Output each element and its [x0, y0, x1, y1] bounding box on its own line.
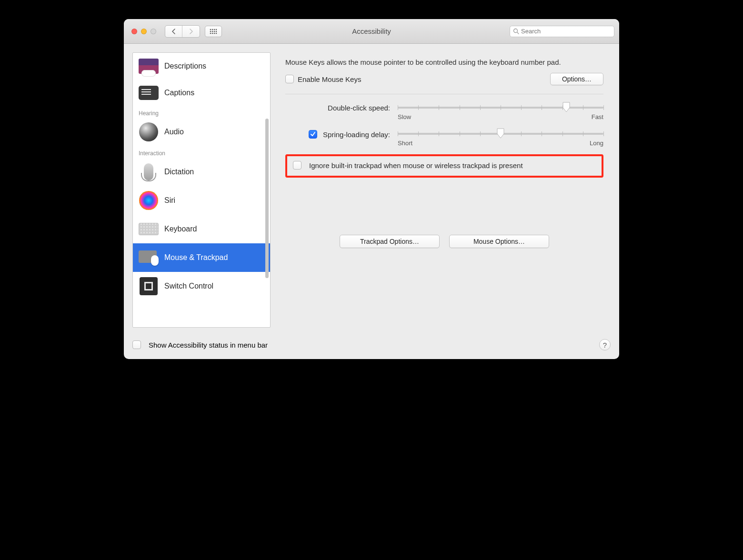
- window-controls: [131, 29, 156, 34]
- options-buttons-row: Trackpad Options… Mouse Options…: [285, 235, 603, 248]
- svg-line-13: [517, 32, 519, 34]
- sidebar-item-keyboard[interactable]: Keyboard: [133, 215, 270, 243]
- minimize-window-button[interactable]: [141, 29, 147, 34]
- microphone-icon: [139, 162, 159, 182]
- chevron-right-icon: [189, 29, 193, 34]
- sidebar-header-interaction: Interaction: [133, 146, 270, 158]
- svg-point-4: [210, 30, 211, 32]
- mouse-options-button[interactable]: Mouse Options…: [449, 235, 549, 248]
- svg-point-7: [216, 30, 217, 32]
- mouse-keys-options-button[interactable]: Options…: [550, 73, 603, 85]
- slider-max-label: Long: [590, 140, 603, 147]
- grid-icon: [210, 29, 217, 34]
- enable-mouse-keys-checkbox[interactable]: [285, 75, 294, 83]
- window-body: Descriptions Captions Hearing Audio Inte…: [124, 44, 619, 336]
- captions-icon: [139, 83, 159, 103]
- svg-point-11: [216, 32, 217, 34]
- svg-point-6: [214, 30, 215, 32]
- keyboard-icon: [139, 219, 159, 239]
- svg-point-3: [216, 29, 217, 30]
- sidebar-item-label: Mouse & Trackpad: [164, 253, 228, 262]
- forward-button[interactable]: [182, 26, 200, 37]
- speaker-icon: [139, 122, 159, 142]
- show-status-label: Show Accessibility status in menu bar: [149, 341, 268, 349]
- sidebar-item-mouse-trackpad[interactable]: Mouse & Trackpad: [133, 243, 270, 272]
- back-button[interactable]: [165, 26, 182, 37]
- search-icon: [513, 28, 519, 34]
- zoom-window-button[interactable]: [151, 29, 156, 34]
- slider-min-label: Slow: [398, 113, 411, 120]
- svg-point-1: [212, 29, 213, 30]
- help-button[interactable]: ?: [599, 339, 611, 350]
- enable-mouse-keys-row: Enable Mouse Keys Options…: [285, 73, 603, 85]
- svg-point-8: [210, 32, 211, 34]
- search-input[interactable]: [521, 28, 611, 35]
- search-field[interactable]: [510, 26, 614, 37]
- sidebar-item-label: Keyboard: [164, 225, 197, 233]
- slider-thumb[interactable]: [497, 128, 504, 139]
- ignore-trackpad-checkbox[interactable]: [293, 161, 301, 170]
- nav-back-forward: [165, 25, 200, 38]
- sidebar-scrollbar[interactable]: [265, 89, 269, 325]
- ignore-trackpad-row: Ignore built-in trackpad when mouse or w…: [285, 154, 603, 177]
- spring-loading-slider[interactable]: [398, 133, 603, 135]
- enable-mouse-keys-label: Enable Mouse Keys: [298, 75, 361, 83]
- footer: Show Accessibility status in menu bar ?: [124, 336, 619, 359]
- mouse-trackpad-icon: [139, 248, 159, 268]
- show-status-checkbox[interactable]: [132, 340, 141, 349]
- show-all-button[interactable]: [205, 26, 222, 37]
- scrollbar-thumb[interactable]: [265, 119, 269, 278]
- sidebar-item-label: Switch Control: [164, 282, 213, 290]
- chevron-left-icon: [171, 29, 176, 34]
- sidebar-list[interactable]: Descriptions Captions Hearing Audio Inte…: [133, 53, 270, 327]
- close-window-button[interactable]: [131, 29, 137, 34]
- svg-point-10: [214, 32, 215, 34]
- checkmark-icon: [310, 131, 316, 137]
- divider: [285, 94, 603, 94]
- siri-icon: [139, 190, 159, 210]
- sidebar-item-label: Captions: [164, 89, 194, 97]
- sidebar-item-switch-control[interactable]: Switch Control: [133, 272, 270, 300]
- slider-min-label: Short: [398, 140, 412, 147]
- preferences-window: Accessibility Descriptions Captions Hear…: [124, 19, 619, 359]
- double-click-speed-label: Double-click speed:: [285, 103, 390, 112]
- sidebar-item-label: Audio: [164, 128, 184, 136]
- spring-loading-checkbox[interactable]: [309, 130, 317, 139]
- slider-thumb[interactable]: [562, 102, 570, 112]
- sidebar-header-hearing: Hearing: [133, 106, 270, 118]
- svg-point-0: [210, 29, 211, 30]
- detail-pane: Mouse Keys allows the mouse pointer to b…: [278, 52, 611, 328]
- sidebar-item-dictation[interactable]: Dictation: [133, 158, 270, 186]
- descriptions-icon: [139, 56, 159, 76]
- slider-max-label: Fast: [592, 113, 603, 120]
- sidebar-item-captions[interactable]: Captions: [133, 80, 270, 106]
- switch-control-icon: [139, 276, 159, 296]
- sidebar-item-siri[interactable]: Siri: [133, 186, 270, 215]
- mouse-keys-description: Mouse Keys allows the mouse pointer to b…: [285, 58, 603, 67]
- sidebar-item-label: Descriptions: [164, 62, 206, 70]
- sidebar-item-label: Siri: [164, 196, 175, 205]
- category-sidebar: Descriptions Captions Hearing Audio Inte…: [132, 52, 271, 328]
- svg-point-2: [214, 29, 215, 30]
- ignore-trackpad-label: Ignore built-in trackpad when mouse or w…: [309, 161, 523, 170]
- svg-point-9: [212, 32, 213, 34]
- spring-loading-label: Spring-loading delay:: [323, 130, 390, 139]
- double-click-speed-slider[interactable]: [398, 107, 603, 109]
- trackpad-options-button[interactable]: Trackpad Options…: [340, 235, 440, 248]
- titlebar: Accessibility: [124, 19, 619, 44]
- sidebar-item-label: Dictation: [164, 168, 194, 176]
- sidebar-item-descriptions[interactable]: Descriptions: [133, 53, 270, 80]
- double-click-speed-row: Double-click speed: Slow Fast: [285, 103, 603, 120]
- spring-loading-row: Spring-loading delay: Short Long: [285, 129, 603, 147]
- sidebar-item-audio[interactable]: Audio: [133, 118, 270, 146]
- svg-point-5: [212, 30, 213, 32]
